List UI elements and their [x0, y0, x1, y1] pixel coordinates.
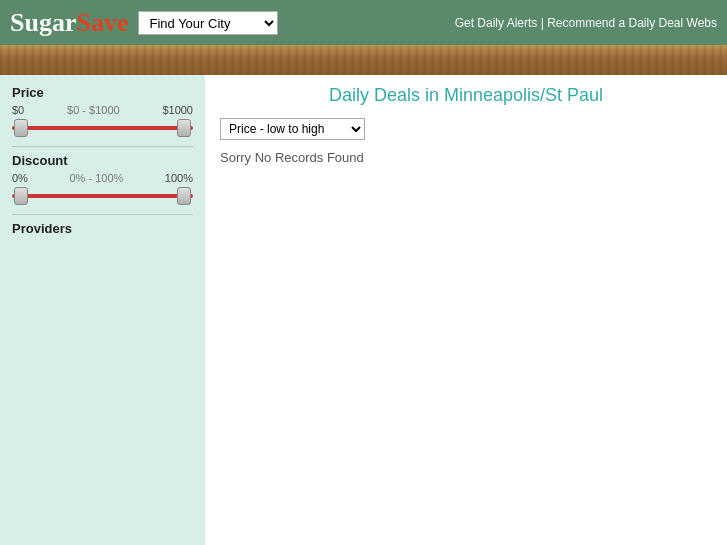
discount-label: Discount: [12, 153, 193, 168]
providers-label: Providers: [12, 221, 193, 236]
price-mid-label: $0 - $1000: [67, 104, 120, 116]
price-min-label: $0: [12, 104, 24, 116]
price-slider[interactable]: [12, 118, 193, 138]
discount-range-labels: 0% 0% - 100% 100%: [12, 172, 193, 184]
alerts-link[interactable]: Get Daily Alerts: [455, 16, 538, 30]
header: SugarSave Find Your City Minneapolis/St …: [0, 0, 727, 45]
recommend-link[interactable]: Recommend a Daily Deal Webs: [547, 16, 717, 30]
banner: [0, 45, 727, 75]
page-title: Daily Deals in Minneapolis/St Paul: [220, 85, 712, 106]
link-separator: |: [537, 16, 547, 30]
price-slider-thumb-left[interactable]: [14, 119, 28, 137]
discount-slider[interactable]: [12, 186, 193, 206]
price-discount-divider: [12, 146, 193, 147]
content: Daily Deals in Minneapolis/St Paul Price…: [205, 75, 727, 545]
city-select[interactable]: Find Your City Minneapolis/St Paul Chica…: [138, 11, 278, 35]
no-records-message: Sorry No Records Found: [220, 150, 712, 165]
price-filter: Price $0 $0 - $1000 $1000: [12, 85, 193, 138]
discount-min-label: 0%: [12, 172, 28, 184]
logo: SugarSave: [10, 8, 128, 38]
price-slider-thumb-right[interactable]: [177, 119, 191, 137]
logo-save: Save: [76, 8, 128, 37]
sort-bar: Price - low to high Price - high to low …: [220, 118, 712, 140]
header-links: Get Daily Alerts | Recommend a Daily Dea…: [455, 16, 717, 30]
discount-slider-track: [12, 194, 193, 198]
discount-max-label: 100%: [165, 172, 193, 184]
price-slider-track: [12, 126, 193, 130]
price-range-labels: $0 $0 - $1000 $1000: [12, 104, 193, 116]
sidebar: Price $0 $0 - $1000 $1000 Discount 0% 0%…: [0, 75, 205, 545]
price-max-label: $1000: [162, 104, 193, 116]
logo-sugar: Sugar: [10, 8, 76, 37]
city-dropdown-wrapper: Find Your City Minneapolis/St Paul Chica…: [138, 11, 278, 35]
sort-select[interactable]: Price - low to high Price - high to low …: [220, 118, 365, 140]
discount-slider-thumb-left[interactable]: [14, 187, 28, 205]
price-label: Price: [12, 85, 193, 100]
discount-providers-divider: [12, 214, 193, 215]
discount-filter: Discount 0% 0% - 100% 100%: [12, 153, 193, 206]
providers-filter: Providers: [12, 221, 193, 236]
main: Price $0 $0 - $1000 $1000 Discount 0% 0%…: [0, 75, 727, 545]
discount-slider-thumb-right[interactable]: [177, 187, 191, 205]
discount-mid-label: 0% - 100%: [69, 172, 123, 184]
